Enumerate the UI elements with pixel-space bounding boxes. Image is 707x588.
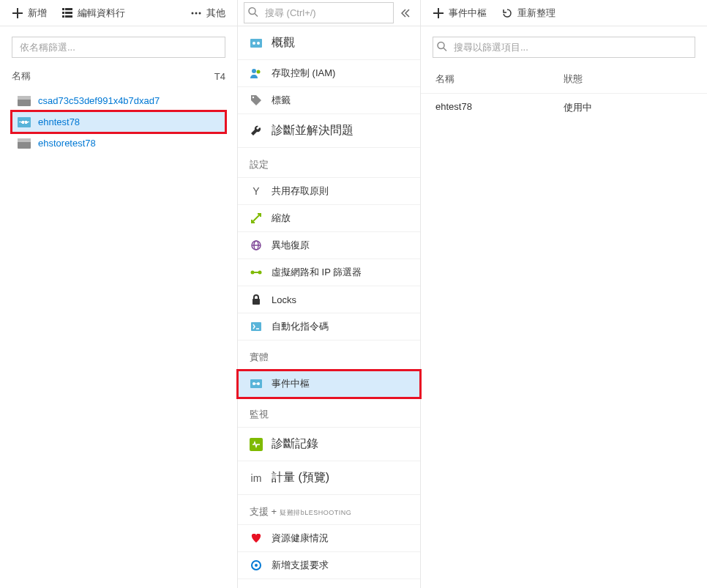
edit-columns-button[interactable]: 編輯資料行	[56, 4, 131, 23]
svg-rect-5	[65, 15, 72, 18]
svg-rect-3	[65, 12, 72, 14]
svg-point-31	[438, 42, 444, 48]
ellipsis-icon	[190, 7, 202, 19]
hub-table-row[interactable]: ehtest78使用中	[421, 94, 707, 122]
more-button[interactable]: 其他	[184, 4, 231, 23]
svg-rect-11	[250, 39, 262, 48]
col-name-header[interactable]: 名稱	[435, 72, 564, 86]
nav-item[interactable]: Locks	[238, 286, 420, 313]
refresh-icon	[501, 7, 513, 19]
nav-item-label: 共用存取原則	[272, 185, 329, 198]
svg-rect-0	[62, 8, 64, 10]
resource-label: ehstoretest78	[38, 138, 96, 149]
nav-item[interactable]: im計量 (預覽)	[238, 461, 420, 495]
resource-list-panel: 新增 編輯資料行 其他 名稱 T4 csad73c53def991	[0, 0, 238, 588]
nav-item-label: 計量 (預覽)	[272, 470, 329, 485]
nav-item[interactable]: Y共用存取原則	[238, 178, 420, 205]
add-event-hub-button[interactable]: 事件中樞	[427, 4, 493, 23]
nav-item[interactable]: 虛擬網路和 IP 篩選器	[238, 259, 420, 286]
filter-by-name-input[interactable]	[12, 37, 225, 58]
collapse-menu-button[interactable]	[397, 4, 414, 22]
lock-icon	[250, 293, 263, 306]
svg-rect-1	[65, 8, 72, 10]
col-state-header[interactable]: 狀態	[564, 72, 692, 86]
nav-item-label: 診斷並解決問題	[272, 123, 354, 138]
nav-item[interactable]: 診斷記錄	[238, 428, 420, 461]
svg-line-10	[255, 13, 258, 16]
nav-item[interactable]: 標籤	[238, 87, 420, 114]
svg-point-21	[258, 271, 262, 275]
svg-point-7	[195, 12, 198, 14]
add-button[interactable]: 新增	[6, 4, 53, 23]
nav-item-label: 虛擬網路和 IP 篩選器	[272, 266, 362, 279]
nav-item-label: 標籤	[272, 94, 291, 107]
event-hub-icon	[18, 117, 31, 127]
svg-point-8	[199, 12, 201, 14]
resource-row[interactable]: csad73c53def991x4b7dxad7	[12, 90, 225, 111]
nav-section-header: 實體	[238, 340, 420, 371]
support-icon	[250, 559, 263, 572]
svg-point-9	[249, 7, 255, 14]
wrench-icon	[250, 124, 263, 138]
nav-item[interactable]: 概觀	[238, 26, 420, 60]
nav-item-label: 縮放	[272, 212, 291, 225]
overview-icon	[250, 37, 263, 50]
nav-item[interactable]: 自動化指令碼	[238, 313, 420, 340]
nav-item[interactable]: 新增支援要求	[238, 552, 420, 579]
nav-item-label: 事件中樞	[272, 377, 310, 390]
storage-icon	[18, 96, 31, 106]
column-sort-indicator: T4	[214, 71, 225, 82]
resource-row[interactable]: ehstoretest78	[12, 133, 225, 154]
column-name-header[interactable]: 名稱	[12, 70, 214, 83]
col3-toolbar: 事件中樞 重新整理	[421, 0, 707, 26]
menu-search-input[interactable]	[244, 2, 394, 23]
svg-rect-4	[62, 15, 64, 18]
nav-section-header: 支援 +疑難排bLESHOOTING	[238, 495, 420, 525]
nav-item-label: 概觀	[272, 35, 295, 51]
svg-rect-23	[252, 299, 260, 305]
svg-point-16	[252, 97, 254, 98]
svg-point-12	[252, 42, 255, 45]
svg-point-6	[192, 12, 194, 14]
nav-item[interactable]: 事件中樞	[238, 371, 420, 398]
text-icon: Y	[250, 185, 263, 198]
svg-rect-24	[251, 322, 261, 331]
tag-icon	[250, 94, 263, 107]
hub-table-header: 名稱 狀態	[421, 65, 707, 94]
col1-toolbar: 新增 編輯資料行 其他	[0, 0, 237, 26]
nav-section-header: 設定	[238, 148, 420, 178]
script-icon	[250, 320, 263, 333]
heart-icon	[250, 532, 263, 545]
nav-item-label: 診斷記錄	[272, 436, 318, 452]
plus-icon	[12, 7, 23, 19]
svg-point-30	[255, 564, 258, 567]
add-label: 新增	[28, 7, 47, 20]
filter-items-input[interactable]	[433, 37, 695, 58]
nav-item[interactable]: 異地復原	[238, 232, 420, 259]
search-icon	[437, 41, 447, 53]
resource-list-header: 名稱 T4	[0, 65, 237, 90]
nav-item[interactable]: 存取控制 (IAM)	[238, 60, 420, 87]
nav-section-suffix: 疑難排bLESHOOTING	[280, 509, 351, 516]
resource-row[interactable]: ehntest78	[12, 111, 225, 133]
refresh-button[interactable]: 重新整理	[495, 4, 561, 23]
svg-point-13	[257, 42, 260, 45]
svg-point-15	[257, 70, 261, 74]
more-label: 其他	[206, 7, 225, 20]
nav-section-header: 監視	[238, 398, 420, 428]
storage-icon	[18, 138, 31, 149]
nav-menu-panel: 概觀存取控制 (IAM)標籤診斷並解決問題設定Y共用存取原則縮放異地復原虛擬網路…	[238, 0, 421, 588]
event-hub-label: 事件中樞	[449, 7, 487, 20]
plus-icon	[433, 7, 444, 19]
col2-toolbar	[238, 0, 420, 26]
nav-item[interactable]: 資源健康情況	[238, 525, 420, 552]
svg-point-20	[251, 271, 255, 275]
hub-name-cell: ehtest78	[435, 101, 564, 114]
nav-item-label: 自動化指令碼	[272, 320, 329, 333]
nav-item[interactable]: 診斷並解決問題	[238, 114, 420, 148]
pulse-icon	[250, 438, 263, 451]
nav-item[interactable]: 縮放	[238, 205, 420, 232]
svg-line-32	[444, 48, 446, 51]
svg-point-14	[252, 69, 256, 73]
edit-columns-label: 編輯資料行	[78, 7, 125, 20]
